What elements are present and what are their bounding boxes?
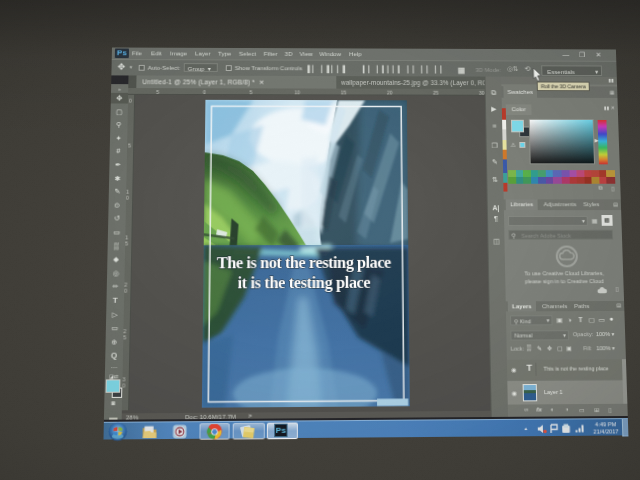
svg-text:The is not the resting place: The is not the resting place xyxy=(216,254,391,273)
svg-text:it is the testing place: it is the testing place xyxy=(237,274,370,293)
